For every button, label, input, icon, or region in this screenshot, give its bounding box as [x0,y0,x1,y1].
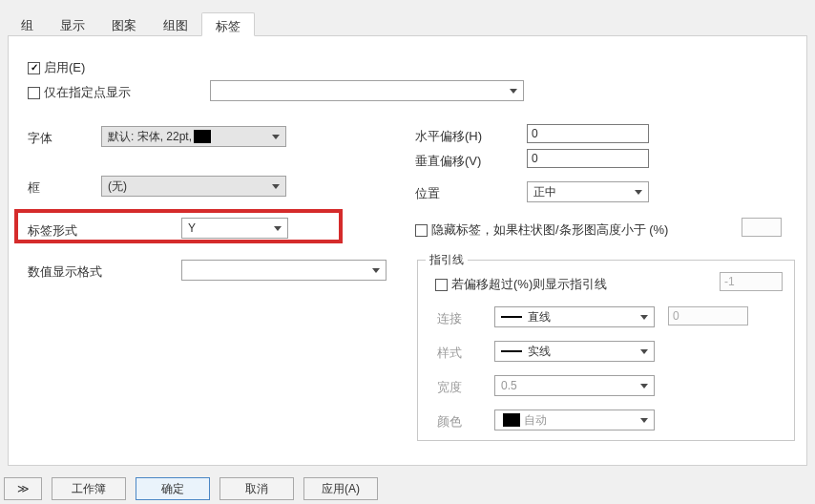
numeric-format-dropdown[interactable] [181,260,387,281]
label-form-label: 标签形式 [28,222,77,240]
font-dropdown[interactable]: 默认: 宋体, 22pt, [101,126,286,147]
chevron-down-icon [510,89,517,94]
chevron-down-icon [274,226,282,231]
hide-label-checkbox[interactable] [415,224,428,237]
chevron-down-icon [640,349,648,354]
enable-label: 启用(E) [44,59,85,76]
box-dropdown[interactable]: (无) [101,176,286,197]
leader-enable-checkbox[interactable] [435,279,448,291]
cancel-button[interactable]: 取消 [219,477,294,500]
chevron-down-icon [635,190,642,195]
h-offset-label: 水平偏移(H) [415,128,482,145]
leader-enable-label: 若偏移超过(%)则显示指引线 [451,276,607,293]
leader-style-dropdown[interactable]: 实线 [494,341,655,362]
position-label: 位置 [415,185,440,202]
chevron-down-icon [640,384,648,388]
button-bar: ≫ 工作簿 确定 取消 应用(A) [4,477,378,500]
show-only-at-points-dropdown[interactable] [210,80,524,101]
font-label: 字体 [28,130,52,147]
line-icon [501,350,522,352]
chevron-down-icon [640,418,648,423]
ok-button[interactable]: 确定 [136,477,210,500]
leader-connect-dropdown[interactable]: 直线 [494,306,655,327]
leader-color-dropdown[interactable]: 自动 [494,410,655,430]
leader-color-label: 颜色 [437,413,462,430]
leader-width-dropdown[interactable]: 0.5 [494,375,655,396]
numeric-format-label: 数值显示格式 [28,263,102,281]
tab-group[interactable]: 组 [8,12,47,36]
position-dropdown[interactable]: 正中 [527,181,649,202]
leader-connect-label: 连接 [437,310,462,327]
chevron-down-icon [272,135,280,139]
leader-width-label: 宽度 [437,379,462,396]
chevron-down-icon [640,315,648,320]
enable-checkbox[interactable] [28,62,40,74]
tab-display[interactable]: 显示 [47,12,98,36]
line-icon [501,316,522,318]
show-only-at-points-label: 仅在指定点显示 [44,84,131,101]
tab-labels[interactable]: 标签 [201,12,255,36]
chevron-down-icon [372,268,380,273]
leader-line-group: 指引线 若偏移超过(%)则显示指引线 -1 连接 直线 0 样式 [417,260,795,441]
label-form-dropdown[interactable]: Y [181,218,288,239]
labels-panel: 启用(E) 仅在指定点显示 字体 默认: 宋体, 22pt, 框 (无) [8,36,807,466]
leader-enable-percent-input[interactable]: -1 [720,272,783,291]
more-button[interactable]: ≫ [4,477,42,500]
show-only-at-points-checkbox[interactable] [28,87,40,99]
leader-style-label: 样式 [437,345,462,362]
chevron-down-icon [272,184,280,189]
hide-label-percent-input[interactable] [742,218,782,237]
apply-button[interactable]: 应用(A) [303,477,378,500]
workbook-button[interactable]: 工作簿 [52,477,126,500]
box-label: 框 [28,179,40,197]
v-offset-input[interactable]: 0 [527,149,649,168]
leader-connect-extra-input[interactable]: 0 [668,306,748,326]
leader-line-title: 指引线 [426,252,468,268]
font-color-swatch [194,130,211,143]
tab-pattern[interactable]: 图案 [98,12,150,36]
tab-bar: 组 显示 图案 组图 标签 [8,11,807,36]
color-swatch [503,413,520,427]
v-offset-label: 垂直偏移(V) [415,153,481,170]
tab-subplot[interactable]: 组图 [150,12,201,36]
h-offset-input[interactable]: 0 [527,124,649,143]
hide-label-label: 隐藏标签，如果柱状图/条形图高度小于 (%) [431,221,668,239]
